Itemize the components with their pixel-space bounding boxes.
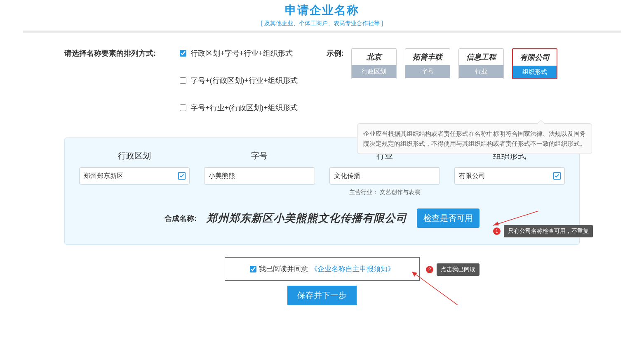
col-brand-title: 字号	[251, 150, 268, 161]
arrange-checkbox-1[interactable]	[180, 50, 186, 57]
select-icon[interactable]	[177, 171, 186, 180]
org-input[interactable]	[454, 167, 565, 185]
example-block-org[interactable]: 有限公司 组织形式	[512, 48, 557, 79]
arrange-option-3[interactable]: 字号+行业+(行政区划)+组织形式	[180, 103, 298, 113]
arrange-option-1-label: 行政区划+字号+行业+组织形式	[190, 48, 293, 58]
composed-name: 郑州郑东新区小美熊熊文化传播有限公司	[207, 211, 407, 225]
consent-checkbox[interactable]	[250, 266, 256, 272]
example-block-industry[interactable]: 信息工程 行业	[458, 48, 504, 79]
composed-label: 合成名称:	[165, 213, 197, 223]
page-title: 申请企业名称	[23, 2, 621, 18]
arrange-option-3-label: 字号+行业+(行政区划)+组织形式	[190, 103, 298, 113]
arrange-label: 请选择名称要素的排列方式:	[64, 48, 163, 58]
check-availability-button[interactable]: 检查是否可用	[417, 208, 479, 228]
industry-input[interactable]	[329, 167, 440, 185]
annotation-1: 1 只有公司名称检查可用，不重复	[493, 225, 593, 237]
example-block-industry-bot: 行业	[459, 65, 503, 78]
example-block-org-bot: 组织形式	[513, 66, 557, 78]
annotation-1-badge: 1	[493, 227, 501, 235]
arrange-options: 行政区划+字号+行业+组织形式 字号+(行政区划)+行业+组织形式 字号+行业+…	[180, 48, 298, 113]
annotation-2: 2 点击我已阅读	[426, 263, 479, 276]
arrange-option-1[interactable]: 行政区划+字号+行业+组织形式	[180, 48, 298, 58]
consent-box: 我已阅读并同意 《企业名称自主申报须知》	[225, 257, 420, 281]
annotation-1-text: 只有公司名称检查可用，不重复	[504, 225, 593, 237]
select-icon[interactable]	[552, 171, 562, 180]
example-block-region-top: 北京	[352, 49, 396, 65]
arrange-checkbox-2[interactable]	[180, 77, 186, 84]
example-tooltip: 企业应当根据其组织结构或者责任形式在名称中标明符合国家法律、法规以及国务院决定规…	[357, 123, 592, 154]
col-region-title: 行政区划	[118, 150, 151, 161]
example-block-org-top: 有限公司	[513, 49, 557, 66]
example-block-region[interactable]: 北京 行政区划	[351, 48, 397, 79]
page-subtitle: [ 及其他企业、个体工商户、农民专业合作社等 ]	[23, 20, 621, 27]
example-tooltip-text: 企业应当根据其组织结构或者责任形式在名称中标明符合国家法律、法规以及国务院决定规…	[363, 130, 586, 147]
example-block-industry-top: 信息工程	[459, 49, 503, 65]
annotation-2-text: 点击我已阅读	[437, 263, 479, 276]
arrange-option-2[interactable]: 字号+(行政区划)+行业+组织形式	[180, 76, 298, 85]
example-block-region-bot: 行政区划	[352, 65, 396, 78]
main-industry-note: 主营行业： 文艺创作与表演	[349, 189, 420, 196]
arrange-option-2-label: 字号+(行政区划)+行业+组织形式	[190, 76, 298, 85]
example-block-name-top: 拓普丰联	[405, 49, 450, 65]
save-next-button[interactable]: 保存并下一步	[287, 286, 357, 305]
example-block-name[interactable]: 拓普丰联 字号	[405, 48, 450, 79]
consent-prefix: 我已阅读并同意	[259, 264, 308, 274]
annotation-2-badge: 2	[426, 266, 433, 273]
arrange-checkbox-3[interactable]	[180, 104, 186, 111]
example-label: 示例:	[327, 48, 344, 58]
example-block-name-bot: 字号	[405, 65, 450, 78]
header-block: 申请企业名称 [ 及其他企业、个体工商户、农民专业合作社等 ]	[23, 0, 621, 27]
consent-link[interactable]: 《企业名称自主申报须知》	[310, 264, 395, 274]
region-input[interactable]	[79, 167, 190, 185]
example-blocks: 北京 行政区划 拓普丰联 字号 信息工程 行业 有限公司 组织形式	[351, 48, 557, 79]
brand-input[interactable]	[204, 167, 315, 185]
